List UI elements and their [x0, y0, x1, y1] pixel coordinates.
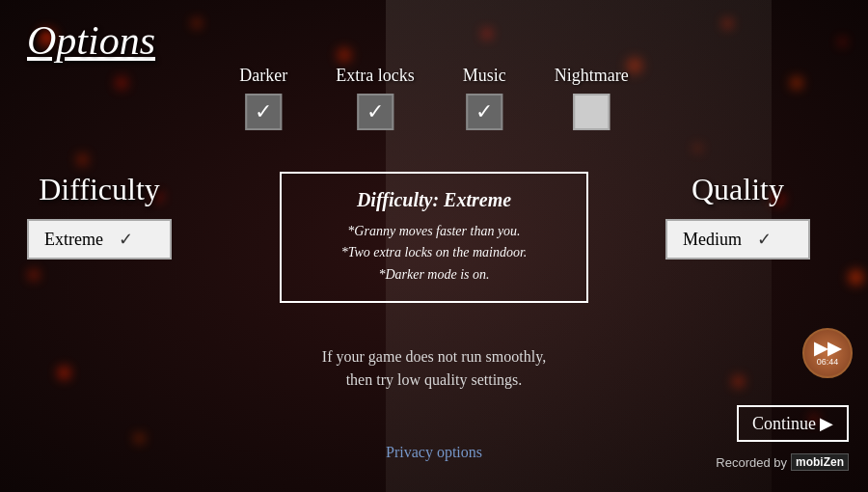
- page-title: Options: [27, 17, 155, 64]
- smooth-warning: If your game does not run smoothly, then…: [322, 345, 546, 392]
- continue-button[interactable]: Continue ▶: [737, 405, 849, 442]
- difficulty-section: Difficulty Extreme ✓: [27, 172, 172, 260]
- checkbox-label-nightmare: Nightmare: [555, 66, 629, 86]
- checkbox-label-darker: Darker: [239, 66, 287, 86]
- recorded-label: Recorded by: [716, 455, 787, 470]
- difficulty-value: Extreme: [44, 230, 103, 250]
- continue-label: Continue: [752, 414, 816, 434]
- difficulty-dropdown[interactable]: Extreme ✓: [27, 219, 172, 260]
- checkbox-item-darker: Darker✓: [239, 66, 287, 130]
- checkmark-icon: ✓: [366, 101, 384, 123]
- checkbox-label-extra-locks: Extra locks: [336, 66, 414, 86]
- mobizen-logo: mobiZen: [791, 453, 849, 471]
- recorded-by-bar: Recorded by mobiZen: [716, 453, 849, 471]
- info-box-line: *Two extra locks on the maindoor.: [305, 242, 563, 263]
- main-content: Options Darker✓Extra locks✓Music✓Nightma…: [0, 0, 868, 492]
- smooth-warning-line1: If your game does not run smoothly,: [322, 345, 546, 369]
- checkbox-box-music[interactable]: ✓: [466, 94, 502, 130]
- info-box-line: *Granny moves faster than you.: [305, 221, 563, 242]
- timer-badge: ▶▶ 06:44: [802, 328, 853, 378]
- privacy-options-link[interactable]: Privacy options: [386, 444, 482, 461]
- checkboxes-row: Darker✓Extra locks✓Music✓Nightmare: [239, 66, 628, 130]
- quality-section: Quality Medium ✓: [665, 172, 810, 260]
- difficulty-arrow: ✓: [119, 229, 133, 250]
- difficulty-label: Difficulty: [39, 172, 160, 207]
- quality-label: Quality: [692, 172, 784, 207]
- continue-arrow-icon: ▶: [820, 413, 833, 434]
- info-box-line: *Darker mode is on.: [305, 264, 563, 286]
- info-box-text: *Granny moves faster than you.*Two extra…: [305, 221, 563, 286]
- quality-arrow: ✓: [757, 229, 772, 250]
- checkbox-label-music: Music: [463, 66, 506, 86]
- quality-dropdown[interactable]: Medium ✓: [665, 219, 810, 260]
- checkbox-item-extra-locks: Extra locks✓: [336, 66, 414, 130]
- smooth-warning-line2: then try low quality settings.: [322, 369, 546, 392]
- checkbox-box-darker[interactable]: ✓: [245, 94, 282, 130]
- checkbox-item-nightmare: Nightmare: [555, 66, 629, 130]
- checkbox-box-extra-locks[interactable]: ✓: [357, 94, 393, 130]
- timer-icon: ▶▶: [814, 340, 841, 357]
- info-box-title: Difficulty: Extreme: [305, 189, 563, 211]
- difficulty-info-box: Difficulty: Extreme *Granny moves faster…: [280, 172, 588, 303]
- checkmark-icon: ✓: [475, 101, 493, 123]
- timer-time: 06:44: [817, 357, 839, 367]
- checkbox-item-music: Music✓: [463, 66, 506, 130]
- checkbox-box-nightmare[interactable]: [573, 94, 610, 130]
- quality-value: Medium: [683, 230, 742, 250]
- checkmark-icon: ✓: [255, 101, 272, 123]
